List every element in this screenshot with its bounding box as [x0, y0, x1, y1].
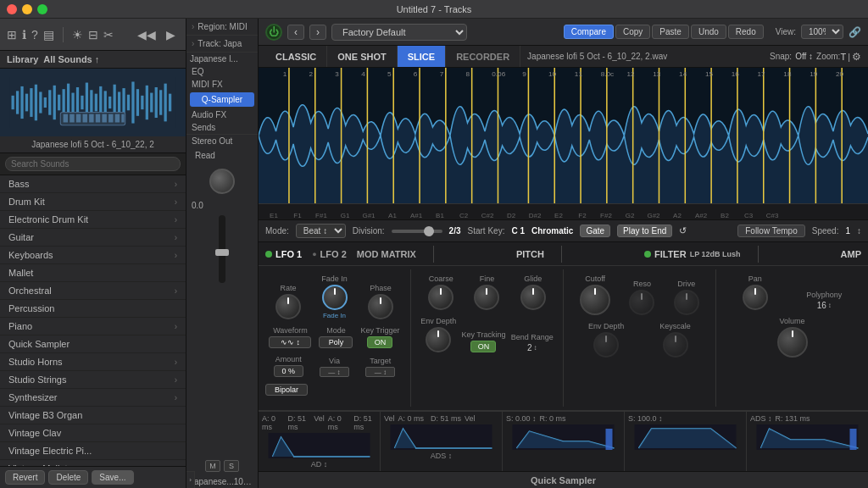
lfo1-tab[interactable]: LFO 1: [265, 249, 302, 259]
window-controls[interactable]: [7, 4, 47, 14]
list-item[interactable]: Guitar›: [0, 229, 186, 247]
browser-icon[interactable]: ▤: [43, 28, 54, 42]
maximize-button[interactable]: [37, 4, 47, 14]
view-percent-selector[interactable]: 100%: [801, 25, 843, 39]
list-item[interactable]: Vintage B3 Organ: [0, 407, 186, 424]
eq-icon[interactable]: ⊟: [88, 28, 98, 42]
drive-knob[interactable]: [674, 290, 699, 315]
play-button[interactable]: ▶: [163, 26, 179, 43]
tab-one-shot[interactable]: ONE SHOT: [327, 46, 397, 67]
info-icon[interactable]: ℹ: [22, 28, 26, 42]
prev-preset-button[interactable]: ‹: [287, 25, 304, 40]
redo-button[interactable]: Redo: [728, 25, 764, 39]
cutoff-knob[interactable]: [580, 285, 610, 315]
waveform-area[interactable]: Tracking 1 2 3 4 5 6 7 8 0.06 9 10 11 8.…: [259, 68, 868, 203]
undo-button[interactable]: Undo: [691, 25, 726, 39]
lfo2-tab[interactable]: ● LFO 2: [312, 249, 347, 259]
key-trigger-toggle[interactable]: ON: [367, 336, 392, 348]
zoom-text-icon[interactable]: T: [840, 52, 846, 62]
bipolar-selector[interactable]: Bipolar: [265, 384, 308, 396]
play-to-end-button[interactable]: Play to End: [617, 225, 672, 237]
list-item[interactable]: Synthesizer›: [0, 389, 186, 407]
region-row[interactable]: › Region: MIDI: [186, 19, 258, 36]
fader-track[interactable]: [219, 215, 225, 283]
tab-classic[interactable]: CLASSIC: [265, 46, 327, 67]
sun-icon[interactable]: ☀: [72, 28, 83, 42]
division-thumb[interactable]: [424, 226, 434, 236]
key-tracking-toggle[interactable]: ON: [470, 341, 496, 352]
waveform-selector[interactable]: ∿∿ ↕: [269, 336, 311, 348]
list-item[interactable]: Electronic Drum Kit›: [0, 211, 186, 229]
list-item[interactable]: Bass›: [0, 175, 186, 193]
save-button[interactable]: Save...: [92, 470, 133, 485]
paste-button[interactable]: Paste: [652, 25, 689, 39]
mod-matrix-tab[interactable]: MOD MATRIX: [357, 249, 416, 259]
tab-slice[interactable]: SLICE: [398, 46, 446, 67]
gate-button[interactable]: Gate: [580, 225, 610, 237]
q-sampler-chain[interactable]: Q-Sampler: [190, 92, 254, 107]
list-item[interactable]: Mallet: [0, 264, 186, 282]
list-item[interactable]: Vintage Clav: [0, 424, 186, 442]
revert-button[interactable]: Revert: [5, 470, 45, 485]
reso-knob[interactable]: [629, 290, 654, 315]
amp-volume-knob[interactable]: [777, 327, 808, 358]
help-icon[interactable]: ?: [31, 28, 38, 42]
pan-knob[interactable]: [743, 285, 768, 310]
list-item[interactable]: Vintage Electric Pi...: [0, 442, 186, 460]
volume-knob[interactable]: [209, 169, 235, 194]
list-item[interactable]: Vintage Mellotron: [0, 460, 186, 466]
settings-icon[interactable]: ⚙: [852, 51, 861, 63]
tab-recorder[interactable]: RECORDER: [446, 46, 520, 67]
list-item[interactable]: Studio Strings›: [0, 371, 186, 389]
rewind-button[interactable]: ◀◀: [134, 26, 159, 43]
search-input[interactable]: [5, 157, 181, 171]
env-depth-knob[interactable]: [426, 327, 451, 352]
follow-tempo-button[interactable]: Follow Tempo: [737, 225, 805, 237]
list-item[interactable]: Studio Horns›: [0, 353, 186, 371]
list-item[interactable]: Keyboards›: [0, 247, 186, 264]
eq-chain[interactable]: EQ: [186, 65, 258, 78]
keyscale-knob[interactable]: [663, 332, 688, 358]
audio-fx-chain[interactable]: Audio FX: [186, 108, 258, 121]
list-item[interactable]: Drum Kit›: [0, 193, 186, 211]
filter-env-depth-knob[interactable]: [593, 332, 619, 358]
via-selector[interactable]: — ↕: [320, 367, 349, 377]
mode-selector[interactable]: Beat ↕: [296, 224, 346, 238]
phase-knob[interactable]: [368, 294, 393, 319]
track-row[interactable]: › Track: Japa: [186, 36, 258, 53]
compare-button[interactable]: Compare: [564, 25, 614, 39]
delete-button[interactable]: Delete: [48, 470, 88, 485]
loop-icon[interactable]: ↺: [679, 225, 687, 236]
close-button[interactable]: [7, 4, 17, 14]
minimize-button[interactable]: [22, 4, 32, 14]
all-sounds-label[interactable]: All Sounds ↑: [43, 54, 99, 64]
snap-value[interactable]: Off ↕: [795, 52, 813, 61]
preset-selector[interactable]: Factory Default: [331, 24, 467, 41]
list-item[interactable]: Percussion: [0, 300, 186, 318]
mode-selector[interactable]: Poly: [319, 336, 353, 348]
amount-value[interactable]: 0 %: [274, 365, 303, 377]
list-item[interactable]: Piano›: [0, 318, 186, 336]
bottom-nav-arrow[interactable]: ›: [186, 471, 195, 488]
copy-button[interactable]: Copy: [615, 25, 650, 39]
list-item[interactable]: Quick Sampler: [0, 336, 186, 353]
solo-button[interactable]: S: [224, 460, 239, 472]
division-slider[interactable]: [392, 230, 442, 233]
sends-chain[interactable]: Sends: [186, 121, 258, 134]
scissors-icon[interactable]: ✂: [103, 28, 114, 42]
rate-knob[interactable]: [275, 294, 301, 319]
svg-text:11: 11: [575, 70, 583, 78]
fader-thumb[interactable]: [215, 249, 229, 256]
fade-in-knob[interactable]: [322, 285, 348, 310]
power-button[interactable]: ⏻: [265, 24, 282, 41]
link-icon[interactable]: 🔗: [849, 26, 861, 38]
list-item[interactable]: Orchestral›: [0, 282, 186, 300]
target-selector[interactable]: — ↕: [365, 367, 395, 377]
library-icon[interactable]: ⊞: [7, 28, 17, 42]
glide-knob[interactable]: [520, 285, 546, 310]
coarse-knob[interactable]: [428, 285, 453, 310]
fine-knob[interactable]: [474, 285, 499, 310]
mute-button[interactable]: M: [205, 460, 220, 472]
next-preset-button[interactable]: ›: [309, 25, 326, 40]
midi-fx-chain[interactable]: MIDI FX: [186, 78, 258, 91]
